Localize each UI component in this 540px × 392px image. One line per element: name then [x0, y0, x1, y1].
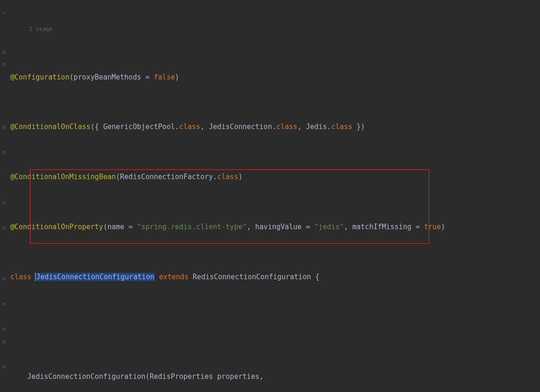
fold-icon[interactable]: ⊟	[1, 124, 7, 130]
editor-root: ▾ ⊟ ⊟ ⊟ ⊟ ⊟ ⊟ ⊟ ⊟ ⊟ ⊟ ⊟ 1 usage @Configu…	[0, 0, 540, 392]
class-name-highlight: JedisConnectionConfiguration	[36, 273, 155, 281]
fold-icon[interactable]: ⊟	[1, 327, 7, 332]
fold-icon[interactable]: ⊟	[1, 150, 7, 155]
gutter: ▾ ⊟ ⊟ ⊟ ⊟ ⊟ ⊟ ⊟ ⊟ ⊟ ⊟ ⊟	[0, 0, 9, 392]
fold-icon[interactable]: ⊟	[1, 364, 7, 370]
fold-icon[interactable]: ⊟	[1, 225, 7, 231]
code-line[interactable]: JedisConnectionConfiguration(RedisProper…	[10, 370, 540, 383]
fold-icon[interactable]: ▾	[1, 10, 7, 16]
fold-icon[interactable]: ⊟	[1, 50, 7, 55]
blank-line	[10, 321, 540, 334]
fold-icon[interactable]: ⊟	[1, 301, 7, 307]
fold-icon[interactable]: ⊟	[1, 62, 7, 67]
code-line[interactable]: @ConditionalOnMissingBean(RedisConnectio…	[10, 171, 540, 183]
code-line[interactable]: @ConditionalOnClass({ GenericObjectPool.…	[10, 121, 540, 133]
fold-icon[interactable]: ⊟	[1, 276, 7, 282]
usage-hint[interactable]: 1 usage	[10, 25, 540, 33]
fold-icon[interactable]: ⊟	[1, 339, 7, 345]
code-area[interactable]: 1 usage @Configuration(proxyBeanMethods …	[9, 0, 540, 392]
code-line[interactable]: class JedisConnectionConfiguration exten…	[10, 271, 540, 283]
code-line[interactable]: @Configuration(proxyBeanMethods = false)	[10, 71, 540, 84]
code-line[interactable]: @ConditionalOnProperty(name = "spring.re…	[10, 221, 540, 233]
fold-icon[interactable]: ⊟	[1, 200, 7, 206]
